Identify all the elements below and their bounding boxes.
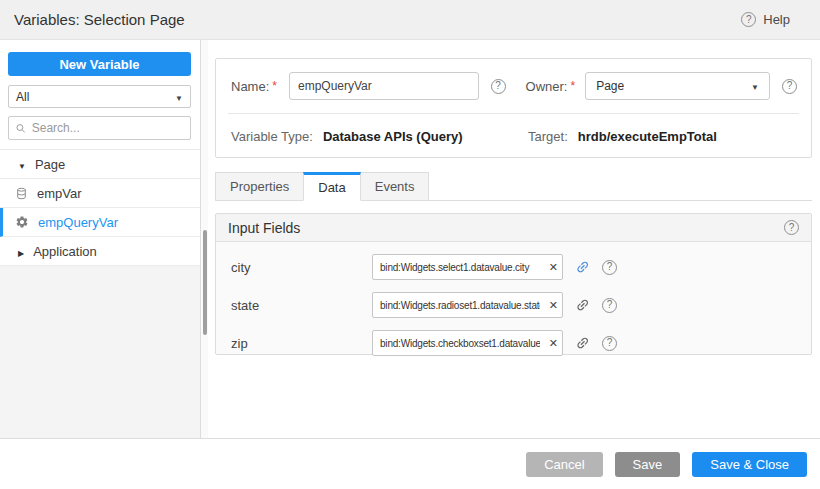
variables-tree: Page empVar empQueryVar Application xyxy=(0,149,200,266)
name-owner-row: Name:* Owner:* Page xyxy=(216,59,811,100)
variable-detail-panel: Name:* Owner:* Page Variable Type: Datab… xyxy=(208,40,820,438)
new-variable-button[interactable]: New Variable xyxy=(8,52,191,76)
tree-item-label: Application xyxy=(33,244,97,259)
owner-select[interactable]: Page xyxy=(585,72,770,100)
bind-link-icon[interactable] xyxy=(571,294,594,317)
dialog-header: Variables: Selection Page Help xyxy=(0,0,820,40)
variable-filter-select[interactable]: All xyxy=(8,85,191,108)
save-button[interactable]: Save xyxy=(615,452,681,477)
clear-icon[interactable] xyxy=(549,300,558,311)
page-title: Variables: Selection Page xyxy=(14,11,185,28)
tree-item-empvar[interactable]: empVar xyxy=(0,179,200,208)
variables-sidebar: New Variable All Page empVar empQueryVar xyxy=(0,40,200,438)
target-label: Target: xyxy=(528,129,568,144)
field-row-state: state xyxy=(216,292,811,318)
tab-data[interactable]: Data xyxy=(303,172,360,201)
owner-help-icon[interactable] xyxy=(782,79,797,94)
search-box xyxy=(8,116,191,140)
name-input[interactable] xyxy=(289,72,479,100)
detail-tabbar: Properties Data Events xyxy=(215,172,812,201)
save-and-close-button[interactable]: Save & Close xyxy=(692,452,807,477)
variable-summary-card: Name:* Owner:* Page Variable Type: Datab… xyxy=(215,58,812,158)
input-fields-card: Input Fields city state xyxy=(215,213,812,355)
field-help-icon[interactable] xyxy=(602,298,617,313)
state-bind-input[interactable] xyxy=(372,292,563,318)
name-label: Name: xyxy=(231,79,269,94)
help-button[interactable]: Help xyxy=(741,12,790,27)
tree-item-label: Page xyxy=(35,157,65,172)
scrollbar-thumb[interactable] xyxy=(203,230,207,335)
tab-properties[interactable]: Properties xyxy=(215,172,304,201)
target-group: Target: hrdb/executeEmpTotal xyxy=(528,129,717,144)
tree-item-label: empVar xyxy=(37,186,82,201)
clear-icon[interactable] xyxy=(549,262,558,273)
sidebar-scrollbar[interactable] xyxy=(200,40,208,438)
tree-item-empqueryvar[interactable]: empQueryVar xyxy=(0,208,200,237)
tree-item-page[interactable]: Page xyxy=(0,150,200,179)
required-marker: * xyxy=(272,79,277,93)
database-icon xyxy=(15,187,28,200)
search-icon xyxy=(15,122,27,135)
help-label: Help xyxy=(763,12,790,27)
tree-item-application[interactable]: Application xyxy=(0,237,200,266)
variable-type-label: Variable Type: xyxy=(231,129,313,144)
city-bind-input[interactable] xyxy=(372,254,563,280)
chevron-down-icon xyxy=(175,90,183,104)
field-label: state xyxy=(231,298,372,313)
field-label: zip xyxy=(231,336,372,351)
search-input[interactable] xyxy=(32,121,184,135)
input-fields-help-icon[interactable] xyxy=(784,220,799,235)
bind-link-icon[interactable] xyxy=(571,256,594,279)
name-help-icon[interactable] xyxy=(491,79,506,94)
help-icon xyxy=(741,12,756,27)
expand-icon xyxy=(18,244,24,259)
input-fields-header: Input Fields xyxy=(216,214,811,242)
type-target-row: Variable Type: Database APIs (Query) Tar… xyxy=(216,114,811,144)
required-marker: * xyxy=(570,79,575,93)
bind-input-wrap xyxy=(372,254,563,280)
variable-type-value: Database APIs (Query) xyxy=(323,129,463,144)
zip-bind-input[interactable] xyxy=(372,330,563,356)
target-value: hrdb/executeEmpTotal xyxy=(578,129,717,144)
collapse-icon xyxy=(18,157,26,172)
field-label: city xyxy=(231,260,372,275)
field-help-icon[interactable] xyxy=(602,336,617,351)
field-row-zip: zip xyxy=(216,330,811,356)
chevron-down-icon xyxy=(751,79,759,93)
tab-events[interactable]: Events xyxy=(360,172,430,201)
sidebar-controls: New Variable All xyxy=(0,40,200,149)
bind-input-wrap xyxy=(372,330,563,356)
clear-icon[interactable] xyxy=(549,338,558,349)
tree-item-label: empQueryVar xyxy=(38,215,118,230)
bind-link-icon[interactable] xyxy=(571,332,594,355)
cancel-button[interactable]: Cancel xyxy=(526,452,602,477)
gear-icon xyxy=(15,215,29,229)
input-fields-title: Input Fields xyxy=(228,220,300,236)
owner-value: Page xyxy=(596,79,624,93)
field-row-city: city xyxy=(216,254,811,280)
owner-label: Owner: xyxy=(526,79,568,94)
variable-filter-value: All xyxy=(16,90,29,104)
dialog-footer: Cancel Save Save & Close xyxy=(0,438,820,489)
bind-input-wrap xyxy=(372,292,563,318)
field-help-icon[interactable] xyxy=(602,260,617,275)
